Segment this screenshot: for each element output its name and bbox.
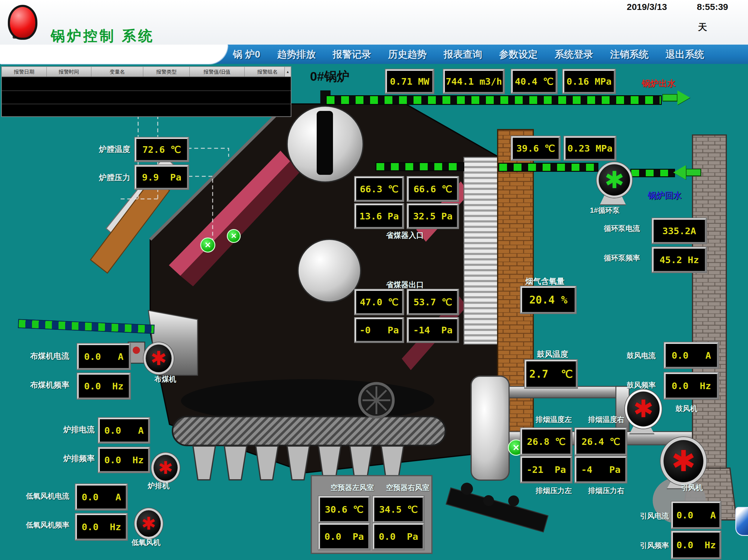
return-water-label: 锅炉回水 (648, 190, 682, 201)
preheater-left-temp: 30.6 ℃ (319, 496, 370, 522)
blast-fan-name: 鼓风机 (676, 404, 697, 414)
outlet-pipe (326, 95, 662, 105)
low-o2-freq-label: 低氧风机频率 (26, 520, 69, 530)
circ-pump-current-label: 循环泵电流 (604, 224, 640, 233)
alarm-col-type[interactable]: 报警类型 (143, 67, 189, 77)
eco-inlet-press-right: 32.5 Pa (407, 204, 459, 228)
boiler-power-value: 0.71 MW (385, 69, 434, 93)
exhaust-press-left-value: -21 Pa (520, 456, 572, 483)
low-o2-fan-name: 低氧风机 (132, 538, 161, 547)
nav-item-param-setting[interactable]: 参数设定 (499, 48, 538, 61)
preheater-right-press: 0.0 Pa (373, 523, 424, 550)
return-pipe-c (630, 169, 675, 177)
preheater-right-temp: 34.5 ℃ (373, 496, 424, 522)
eco-outlet-temp-right: 53.7 ℃ (407, 289, 459, 315)
nav-item-report-query[interactable]: 报表查询 (444, 48, 482, 61)
eco-inlet-temp-left: 66.3 ℃ (355, 177, 403, 201)
coal-feeder-current-label: 布煤机电流 (30, 351, 69, 361)
time-text: 8:55:39 (697, 2, 728, 12)
grate-fan-icon[interactable]: ✱ (151, 453, 180, 483)
page-title: 锅炉控制 系统 (51, 26, 155, 46)
nav-item-exit[interactable]: 退出系统 (666, 48, 704, 61)
induced-fan-icon[interactable]: ✱ (660, 437, 706, 485)
boiler-name: 0#锅炉 (310, 68, 350, 85)
outlet-arrow-icon (662, 91, 690, 105)
datetime: 2019/3/13 8:55:39 (627, 2, 728, 12)
nav-item-trend-emission[interactable]: 趋势排放 (277, 48, 316, 61)
induced-current-value: 0.0 A (671, 502, 721, 529)
economizer-column (464, 157, 498, 344)
alarm-col-value[interactable]: 报警值/旧值 (190, 67, 244, 77)
furnace-press-label: 炉膛压力 (99, 172, 130, 183)
boiler-flow-value: 744.1 m3/h (443, 69, 504, 93)
alarm-table: 报警日期 报警时间 变量名 报警类型 报警值/旧值 报警组名 ▲ (1, 66, 291, 117)
date-text: 2019/3/13 (627, 2, 667, 12)
low-o2-fan-icon[interactable]: ✱ (135, 508, 163, 539)
blast-current-value: 0.0 A (664, 342, 719, 368)
grate-freq-value: 0.0 Hz (98, 447, 149, 472)
eco-outlet-press-right: -14 Pa (407, 318, 459, 342)
induced-freq-label: 引风频率 (640, 541, 669, 550)
nav-item-history-trend[interactable]: 历史趋势 (388, 48, 427, 61)
nav-item-boiler0[interactable]: 锅 炉0 (233, 48, 260, 61)
alarm-col-date[interactable]: 报警日期 (2, 67, 47, 77)
furnace-temp-value: 72.6 ℃ (135, 138, 188, 162)
preheater-left-label: 空预器左风室 (331, 483, 374, 492)
outlet-water-label: 锅炉出水 (642, 78, 676, 89)
nav-item-alarm-log[interactable]: 报警记录 (333, 48, 371, 61)
outlet-press-value: 0.16 MPa (563, 69, 615, 93)
alarm-table-header: 报警日期 报警时间 变量名 报警类型 报警值/旧值 报警组名 (2, 67, 291, 77)
low-o2-current-value: 0.0 A (75, 484, 127, 510)
furnace-press-value: 9.9 Pa (135, 165, 188, 189)
exhaust-temp-right-label: 排烟温度右 (588, 415, 624, 424)
circulating-pump-icon[interactable]: ✱ (597, 162, 632, 198)
coal-feeder-name: 布煤机 (155, 374, 176, 384)
eco-outlet-temp-left: 47.0 ℃ (355, 289, 403, 315)
coal-feeder-current-value: 0.0 A (77, 344, 130, 369)
alarm-row-divider (2, 104, 291, 104)
low-o2-freq-value: 0.0 Hz (75, 514, 127, 540)
return-press-value: 0.23 MPa (564, 136, 616, 160)
preheater-right-label: 空预器右风室 (386, 483, 429, 492)
return-temp-value: 39.6 ℃ (511, 136, 560, 160)
exhaust-temp-left-label: 排烟温度左 (536, 415, 572, 424)
alarm-col-group[interactable]: 报警组名 (244, 67, 291, 77)
induced-freq-value: 0.0 Hz (671, 531, 721, 559)
eco-outlet-press-left: -0 Pa (355, 318, 403, 342)
slag-conveyor (446, 478, 551, 532)
return-arrow-icon (673, 165, 701, 180)
o2-value: 20.4 % (520, 286, 576, 313)
return-pipe-a (375, 162, 464, 171)
scroll-up-arrow[interactable]: ▲ (284, 67, 291, 77)
circ-pump-freq-label: 循环泵频率 (604, 253, 640, 263)
exhaust-temp-right-value: 26.4 ℃ (575, 428, 627, 455)
circ-pump-current-value: 335.2A (652, 218, 706, 244)
header-curve (0, 45, 228, 64)
furnace-temp-label: 炉膛温度 (99, 144, 130, 155)
eco-inlet-label: 省煤器入口 (386, 230, 424, 240)
boiler-hmi-screen: 锅炉控制 系统 2019/3/13 8:55:39 天 锅 炉0 趋势排放 报警… (0, 0, 748, 560)
o2-label: 烟气含氧量 (525, 276, 565, 287)
blast-temp-label: 鼓风温度 (537, 349, 568, 360)
coal-feeder-fan-icon[interactable]: ✱ (144, 342, 174, 374)
blast-temp-value: 2.7 ℃ (525, 360, 577, 388)
alarm-row-divider (2, 91, 291, 91)
circ-pump-freq-value: 45.2 Hz (652, 247, 706, 272)
damper-valve-icon[interactable]: ✕ (200, 238, 215, 252)
blast-current-label: 鼓风电流 (627, 351, 656, 361)
damper-valve-icon[interactable]: ✕ (227, 229, 241, 243)
main-menu: 锅 炉0 趋势排放 报警记录 历史趋势 报表查询 参数设定 系统登录 注销系统 … (233, 47, 704, 62)
induced-fan-name: 引风机 (681, 483, 703, 492)
grate-current-value: 0.0 A (98, 418, 149, 443)
eco-inlet-press-left: 13.6 Pa (355, 204, 403, 228)
weather-text: 天 (698, 21, 707, 33)
preheater-left-press: 0.0 Pa (319, 523, 370, 550)
outlet-temp-value: 40.4 ℃ (511, 69, 557, 93)
steam-drum-lower (298, 239, 361, 302)
nav-item-logout[interactable]: 注销系统 (610, 48, 649, 61)
grate-freq-label: 炉排频率 (63, 453, 95, 464)
nav-item-system-login[interactable]: 系统登录 (555, 48, 593, 61)
blast-fan-icon[interactable]: ✱ (625, 389, 662, 429)
alarm-col-time[interactable]: 报警时间 (47, 67, 92, 77)
alarm-col-variable[interactable]: 变量名 (91, 67, 143, 77)
